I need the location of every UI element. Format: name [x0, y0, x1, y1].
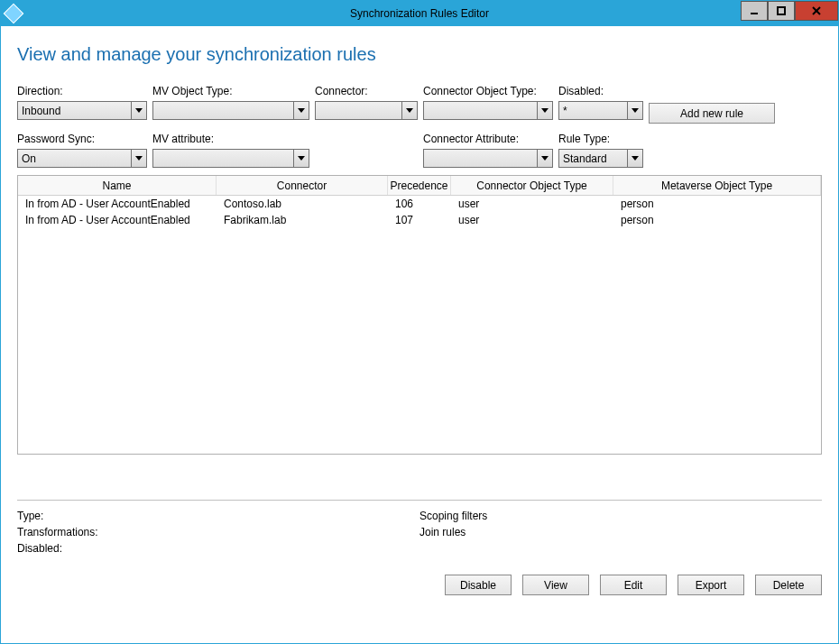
window-controls	[741, 1, 838, 26]
disabled-label: Disabled:	[558, 85, 643, 97]
svg-marker-9	[135, 156, 143, 161]
cell-cot: user	[451, 214, 613, 226]
chevron-down-icon	[627, 102, 642, 119]
client-area: View and manage your synchronization rul…	[1, 26, 838, 643]
cell-name: In from AD - User AccountEnabled	[18, 214, 217, 226]
connector-attribute-dropdown[interactable]	[423, 149, 553, 168]
svg-marker-11	[541, 156, 549, 161]
chevron-down-icon	[293, 150, 309, 167]
rule-type-value: Standard	[563, 152, 607, 165]
cell-cot: user	[451, 198, 613, 210]
table-row[interactable]: In from AD - User AccountEnabledContoso.…	[18, 196, 821, 212]
disabled-value: *	[563, 105, 567, 117]
connector-attribute-label: Connector Attribute:	[423, 133, 553, 145]
header-connector[interactable]: Connector	[217, 176, 388, 195]
cell-mvot: person	[613, 214, 821, 226]
export-button[interactable]: Export	[678, 575, 744, 595]
connector-label: Connector:	[315, 85, 418, 97]
svg-marker-10	[298, 156, 305, 161]
connector-object-type-label: Connector Object Type:	[423, 85, 553, 97]
svg-marker-4	[135, 108, 143, 113]
app-icon	[4, 4, 24, 24]
header-precedence[interactable]: Precedence	[388, 176, 451, 195]
chevron-down-icon	[627, 150, 642, 167]
rule-type-label: Rule Type:	[558, 133, 643, 145]
direction-value: Inbound	[22, 105, 60, 117]
cell-connector: Contoso.lab	[217, 198, 388, 210]
page-title: View and manage your synchronization rul…	[17, 44, 822, 65]
mv-object-type-dropdown[interactable]	[152, 101, 309, 120]
rule-type-dropdown[interactable]: Standard	[558, 149, 643, 168]
password-sync-label: Password Sync:	[17, 133, 147, 145]
svg-marker-7	[541, 108, 549, 113]
svg-marker-6	[406, 108, 413, 113]
title-bar: Synchronization Rules Editor	[1, 1, 838, 26]
grid-body: In from AD - User AccountEnabledContoso.…	[18, 196, 821, 228]
chevron-down-icon	[537, 102, 552, 119]
password-sync-value: On	[22, 152, 36, 165]
table-row[interactable]: In from AD - User AccountEnabledFabrikam…	[18, 212, 821, 228]
edit-button[interactable]: Edit	[600, 575, 667, 595]
direction-dropdown[interactable]: Inbound	[17, 101, 147, 120]
cell-precedence: 107	[388, 214, 451, 226]
details-disabled: Disabled:	[17, 540, 420, 557]
chevron-down-icon	[131, 102, 146, 119]
svg-line-2	[813, 7, 820, 14]
rules-grid: Name Connector Precedence Connector Obje…	[17, 175, 822, 455]
disabled-dropdown[interactable]: *	[558, 101, 643, 120]
connector-object-type-dropdown[interactable]	[423, 101, 553, 120]
svg-rect-1	[778, 7, 785, 14]
delete-button[interactable]: Delete	[755, 575, 822, 595]
connector-dropdown[interactable]	[315, 101, 418, 120]
details-type: Type:	[17, 508, 420, 524]
maximize-button[interactable]	[768, 1, 795, 21]
direction-label: Direction:	[17, 85, 147, 97]
chevron-down-icon	[131, 150, 146, 167]
cell-connector: Fabrikam.lab	[217, 214, 388, 226]
details-scoping: Scoping filters	[420, 508, 822, 524]
svg-marker-5	[298, 108, 305, 113]
add-new-rule-button[interactable]: Add new rule	[649, 103, 775, 124]
app-window: Synchronization Rules Editor View and ma…	[0, 0, 839, 644]
svg-line-3	[813, 7, 820, 14]
grid-header: Name Connector Precedence Connector Obje…	[18, 176, 821, 196]
header-metaverse-object-type[interactable]: Metaverse Object Type	[613, 176, 821, 195]
mv-attribute-label: MV attribute:	[152, 133, 309, 145]
close-button[interactable]	[795, 1, 838, 21]
minimize-button[interactable]	[741, 1, 768, 21]
header-name[interactable]: Name	[18, 176, 217, 195]
details-panel: Type: Transformations: Disabled: Scoping…	[17, 500, 822, 557]
header-connector-object-type[interactable]: Connector Object Type	[451, 176, 613, 195]
mv-object-type-label: MV Object Type:	[152, 85, 309, 97]
filters-row-2: Password Sync: On MV attribute: Connecto…	[17, 133, 822, 168]
password-sync-dropdown[interactable]: On	[17, 149, 147, 168]
svg-marker-8	[632, 108, 639, 113]
cell-precedence: 106	[388, 198, 451, 210]
action-buttons: Disable View Edit Export Delete	[17, 575, 822, 595]
details-join: Join rules	[420, 524, 822, 540]
cell-name: In from AD - User AccountEnabled	[18, 198, 217, 210]
cell-mvot: person	[613, 198, 821, 210]
chevron-down-icon	[401, 102, 417, 119]
details-transformations: Transformations:	[17, 524, 420, 540]
mv-attribute-dropdown[interactable]	[152, 149, 309, 168]
chevron-down-icon	[537, 150, 552, 167]
filters-row-1: Direction: Inbound MV Object Type: Conne…	[17, 85, 822, 124]
svg-marker-12	[632, 156, 639, 161]
disable-button[interactable]: Disable	[445, 575, 512, 595]
view-button[interactable]: View	[522, 575, 589, 595]
chevron-down-icon	[293, 102, 309, 119]
window-title: Synchronization Rules Editor	[1, 7, 838, 20]
